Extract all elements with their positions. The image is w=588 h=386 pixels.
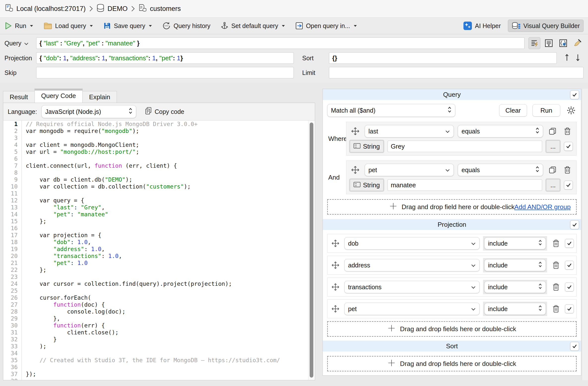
breadcrumb-collection-label: customers — [150, 5, 181, 13]
chevron-down-icon — [471, 262, 476, 269]
projection-row-checkbox[interactable] — [565, 304, 574, 313]
code-line: 20 "transactions": 1.0, — [3, 253, 315, 259]
chevron-down-icon — [24, 40, 29, 47]
match-mode-select[interactable]: Match all ($and) — [327, 104, 455, 117]
run-button[interactable]: Run — [4, 20, 34, 31]
value-editor-button[interactable]: ... — [546, 179, 560, 191]
string-type-icon — [354, 181, 360, 189]
move-icon[interactable] — [330, 282, 341, 292]
code-scrollbar[interactable] — [308, 121, 315, 380]
projection-field-select[interactable]: address — [344, 259, 480, 271]
document-dropdown-icon[interactable] — [543, 37, 555, 49]
projection-mode-wrap: include — [483, 280, 547, 294]
projection-field-select[interactable]: transactions — [344, 281, 480, 293]
projection-field-select[interactable]: dob — [344, 237, 480, 250]
condition-field-select[interactable]: last — [365, 125, 454, 137]
query-dropzone[interactable]: Drag and drop field here or double-click… — [327, 199, 577, 215]
clear-button[interactable]: Clear — [499, 104, 527, 117]
projection-mode-select[interactable]: include — [484, 281, 546, 293]
code-line: 5var url = "mongodb://host:port/"; — [3, 148, 315, 155]
trash-icon[interactable] — [551, 282, 561, 292]
condition-checkbox[interactable] — [564, 142, 573, 151]
gear-icon[interactable] — [566, 105, 577, 116]
move-icon[interactable] — [330, 260, 341, 271]
ai-helper-button[interactable]: AI Helper — [463, 20, 501, 32]
window-scrollbar[interactable] — [582, 89, 588, 380]
collection-icon — [138, 4, 147, 14]
value-type-button[interactable]: String — [350, 140, 384, 152]
sort-input[interactable]: {} — [329, 52, 557, 64]
broom-icon[interactable] — [572, 37, 584, 49]
projection-field-value: address — [348, 262, 370, 269]
duplicate-icon[interactable] — [547, 126, 558, 137]
duplicate-icon[interactable] — [547, 164, 558, 175]
open-query-in-button[interactable]: Open query in... — [295, 21, 358, 31]
code-editor[interactable]: 1// Requires official Node.js MongoDB Dr… — [3, 121, 315, 380]
value-editor-button[interactable]: ... — [546, 140, 560, 152]
value-type-button[interactable]: String — [350, 179, 384, 191]
query-history-button[interactable]: Query history — [162, 20, 211, 31]
move-icon[interactable] — [350, 126, 361, 137]
projection-section-checkbox[interactable] — [570, 220, 579, 229]
load-query-button[interactable]: Load query — [43, 21, 94, 31]
tab-result[interactable]: Result — [3, 91, 35, 103]
condition-value-input[interactable] — [388, 141, 542, 152]
query-mode-dropdown[interactable]: Query — [4, 40, 36, 47]
trash-icon[interactable] — [551, 260, 561, 271]
skip-input[interactable] — [36, 67, 294, 78]
sort-section-checkbox[interactable] — [570, 342, 579, 351]
sort-dropzone[interactable]: Drag and drop fields here or double-clic… — [327, 356, 577, 371]
projection-mode-select[interactable]: include — [484, 303, 546, 315]
condition-value-input[interactable] — [388, 179, 542, 191]
projection-section-title: Projection — [438, 221, 466, 228]
list-lightning-icon[interactable] — [528, 37, 540, 49]
tab-query-code[interactable]: Query Code — [34, 89, 83, 103]
condition-field-select[interactable]: pet — [365, 164, 454, 176]
main-area: Result Query Code Explain Language: Java… — [0, 82, 588, 383]
projection-mode-value: include — [488, 240, 508, 247]
projection-row-checkbox[interactable] — [565, 261, 574, 270]
sort-desc-icon[interactable] — [576, 54, 580, 63]
save-query-button[interactable]: Save query — [103, 21, 153, 31]
projection-row-checkbox[interactable] — [565, 239, 574, 248]
move-icon[interactable] — [330, 238, 341, 249]
trash-icon[interactable] — [562, 126, 573, 137]
projection-mode-select[interactable]: include — [484, 259, 546, 271]
trash-icon[interactable] — [551, 303, 561, 314]
breadcrumb-server[interactable]: Local (localhost:27017) — [5, 4, 86, 14]
condition-operator-select[interactable]: equals — [458, 164, 543, 176]
visual-query-builder-button[interactable]: Visual Query Builder — [508, 20, 584, 32]
language-select[interactable]: JavaScript (Node.js) — [41, 105, 136, 118]
run-query-button[interactable]: Run — [532, 104, 560, 117]
projection-row-checkbox[interactable] — [565, 283, 574, 291]
caret-down-icon — [30, 25, 33, 27]
condition-operator-value: equals — [461, 128, 480, 135]
copy-code-button[interactable]: Copy code — [143, 107, 186, 117]
set-default-query-button[interactable]: Set default query — [220, 20, 286, 32]
breadcrumb-database[interactable]: DEMO — [97, 4, 128, 14]
projection-dropzone[interactable]: Drag and drop fields here or double-clic… — [327, 321, 577, 337]
add-and-or-group-link[interactable]: Add AND/OR group — [514, 203, 571, 211]
condition-operator-select[interactable]: equals — [458, 125, 543, 137]
query-section-checkbox[interactable] — [570, 90, 579, 99]
tab-explain[interactable]: Explain — [82, 91, 117, 103]
folder-icon — [44, 22, 52, 30]
query-input[interactable]: { "last" : "Grey", "pet" : "manatee" } — [36, 37, 524, 49]
projection-mode-select[interactable]: include — [484, 237, 546, 249]
code-scrollbar-thumb[interactable] — [310, 123, 313, 378]
chevron-updown-icon — [535, 166, 539, 174]
projection-input[interactable]: { "dob": 1, "address": 1, "transactions"… — [36, 52, 294, 64]
code-lines: 1// Requires official Node.js MongoDB Dr… — [3, 121, 315, 380]
condition-checkbox[interactable] — [564, 181, 573, 190]
projection-field-select[interactable]: pet — [344, 303, 480, 315]
code-line: 22 }; — [3, 266, 315, 273]
sort-asc-icon[interactable] — [565, 54, 569, 63]
breadcrumb-collection[interactable]: customers — [138, 4, 181, 14]
limit-input[interactable] — [329, 67, 584, 78]
move-icon[interactable] — [330, 303, 341, 314]
braces-gear-icon[interactable] — [557, 37, 569, 49]
trash-icon[interactable] — [551, 238, 561, 249]
move-icon[interactable] — [350, 164, 361, 175]
trash-icon[interactable] — [562, 164, 573, 175]
code-line: 25 — [3, 287, 315, 294]
